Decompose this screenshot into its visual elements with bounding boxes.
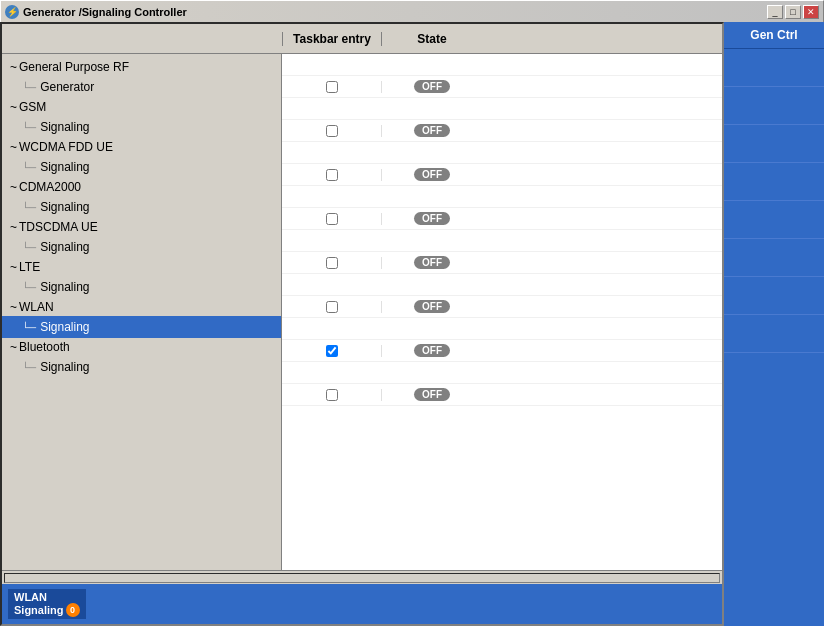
group-label: GSM <box>19 100 46 114</box>
state-badge-wcdma-signaling: OFF <box>414 168 450 181</box>
tree-child-lte-signaling[interactable]: └─ Signaling <box>2 276 281 298</box>
checkbox-bt-signaling[interactable] <box>326 389 338 401</box>
col-taskbar-header: Taskbar entry <box>282 32 382 46</box>
tree-child-cdma-signaling[interactable]: └─ Signaling <box>2 196 281 218</box>
connector-icon: └─ <box>22 282 36 293</box>
group-label: WLAN <box>19 300 54 314</box>
child-label: Signaling <box>40 120 89 134</box>
data-row-wcdma <box>282 142 722 164</box>
checkbox-cell-generator <box>282 81 382 93</box>
data-row-general-purpose-rf <box>282 54 722 76</box>
data-row-cdma-signaling: OFF <box>282 208 722 230</box>
checkbox-tdscdma-signaling[interactable] <box>326 257 338 269</box>
horizontal-scrollbar[interactable] <box>2 570 722 584</box>
child-label: Signaling <box>40 160 89 174</box>
group-label: Bluetooth <box>19 340 70 354</box>
tree-group-bluetooth[interactable]: ~ Bluetooth <box>2 338 281 356</box>
right-slot-4 <box>724 163 824 201</box>
tree-group-wcdma[interactable]: ~ WCDMA FDD UE <box>2 138 281 156</box>
tree-panel: ~ General Purpose RF └─ Generator ~ GSM … <box>2 54 282 570</box>
right-slot-7 <box>724 277 824 315</box>
right-slot-1 <box>724 49 824 87</box>
connector-icon: └─ <box>22 202 36 213</box>
checkbox-wcdma-signaling[interactable] <box>326 169 338 181</box>
tree-child-generator[interactable]: └─ Generator <box>2 76 281 98</box>
gen-ctrl-button[interactable]: Gen Ctrl <box>724 22 824 49</box>
state-cell-generator: OFF <box>382 80 482 93</box>
tree-group-gsm[interactable]: ~ GSM <box>2 98 281 116</box>
state-cell-bt-signaling: OFF <box>382 388 482 401</box>
tree-group-lte[interactable]: ~ LTE <box>2 258 281 276</box>
status-line1: WLAN <box>14 591 80 603</box>
tree-group-wlan[interactable]: ~ WLAN <box>2 298 281 316</box>
tilde-icon: ~ <box>10 340 17 354</box>
state-badge-cdma-signaling: OFF <box>414 212 450 225</box>
status-bar: WLAN Signaling 0 <box>2 584 722 624</box>
checkbox-gsm-signaling[interactable] <box>326 125 338 137</box>
child-label: Signaling <box>40 280 89 294</box>
checkbox-generator[interactable] <box>326 81 338 93</box>
child-label: Signaling <box>40 240 89 254</box>
data-row-cdma2000 <box>282 186 722 208</box>
child-label: Signaling <box>40 360 89 374</box>
column-headers: Taskbar entry State <box>2 24 722 54</box>
state-badge-gsm-signaling: OFF <box>414 124 450 137</box>
status-badge: 0 <box>66 603 80 617</box>
tree-group-tdscdma[interactable]: ~ TDSCDMA UE <box>2 218 281 236</box>
child-label: Signaling <box>40 320 89 334</box>
tree-child-wlan-signaling[interactable]: └─ Signaling <box>2 316 281 338</box>
tree-child-wcdma-signaling[interactable]: └─ Signaling <box>2 156 281 178</box>
checkbox-cell-tdscdma-signaling <box>282 257 382 269</box>
connector-icon: └─ <box>22 162 36 173</box>
child-label: Signaling <box>40 200 89 214</box>
tree-child-gsm-signaling[interactable]: └─ Signaling <box>2 116 281 138</box>
tree-area: ~ General Purpose RF └─ Generator ~ GSM … <box>2 54 722 570</box>
window-icon: ⚡ <box>5 5 19 19</box>
col-state-header: State <box>382 32 482 46</box>
child-label: Generator <box>40 80 94 94</box>
group-label: LTE <box>19 260 40 274</box>
data-row-tdscdma <box>282 230 722 252</box>
data-row-lte <box>282 274 722 296</box>
state-badge-tdscdma-signaling: OFF <box>414 256 450 269</box>
checkbox-wlan-signaling[interactable] <box>326 345 338 357</box>
data-row-gsm-signaling: OFF <box>282 120 722 142</box>
right-panel: Gen Ctrl <box>724 22 824 626</box>
close-button[interactable]: ✕ <box>803 5 819 19</box>
state-cell-tdscdma-signaling: OFF <box>382 256 482 269</box>
state-badge-bt-signaling: OFF <box>414 388 450 401</box>
tilde-icon: ~ <box>10 60 17 74</box>
tree-child-bt-signaling[interactable]: └─ Signaling <box>2 356 281 378</box>
tilde-icon: ~ <box>10 140 17 154</box>
scrollbar-track[interactable] <box>4 573 720 583</box>
state-cell-gsm-signaling: OFF <box>382 124 482 137</box>
window-title: Generator /Signaling Controller <box>23 6 187 18</box>
tilde-icon: ~ <box>10 180 17 194</box>
status-line2: Signaling <box>14 604 64 616</box>
checkbox-cdma-signaling[interactable] <box>326 213 338 225</box>
minimize-button[interactable]: _ <box>767 5 783 19</box>
checkbox-cell-wlan-signaling <box>282 345 382 357</box>
tilde-icon: ~ <box>10 220 17 234</box>
tree-child-tdscdma-signaling[interactable]: └─ Signaling <box>2 236 281 258</box>
tree-group-cdma2000[interactable]: ~ CDMA2000 <box>2 178 281 196</box>
checkbox-lte-signaling[interactable] <box>326 301 338 313</box>
data-row-lte-signaling: OFF <box>282 296 722 318</box>
connector-icon: └─ <box>22 242 36 253</box>
state-cell-lte-signaling: OFF <box>382 300 482 313</box>
title-bar: ⚡ Generator /Signaling Controller _ □ ✕ <box>0 0 824 22</box>
data-row-wlan <box>282 318 722 340</box>
connector-icon: └─ <box>22 82 36 93</box>
data-row-bt-signaling: OFF <box>282 384 722 406</box>
right-slot-2 <box>724 87 824 125</box>
tilde-icon: ~ <box>10 300 17 314</box>
data-row-wcdma-signaling: OFF <box>282 164 722 186</box>
state-badge-wlan-signaling: OFF <box>414 344 450 357</box>
state-cell-wlan-signaling: OFF <box>382 344 482 357</box>
connector-icon: └─ <box>22 362 36 373</box>
group-label: CDMA2000 <box>19 180 81 194</box>
tree-group-general-purpose-rf[interactable]: ~ General Purpose RF <box>2 58 281 76</box>
checkbox-cell-lte-signaling <box>282 301 382 313</box>
status-item: WLAN Signaling 0 <box>8 589 86 619</box>
restore-button[interactable]: □ <box>785 5 801 19</box>
